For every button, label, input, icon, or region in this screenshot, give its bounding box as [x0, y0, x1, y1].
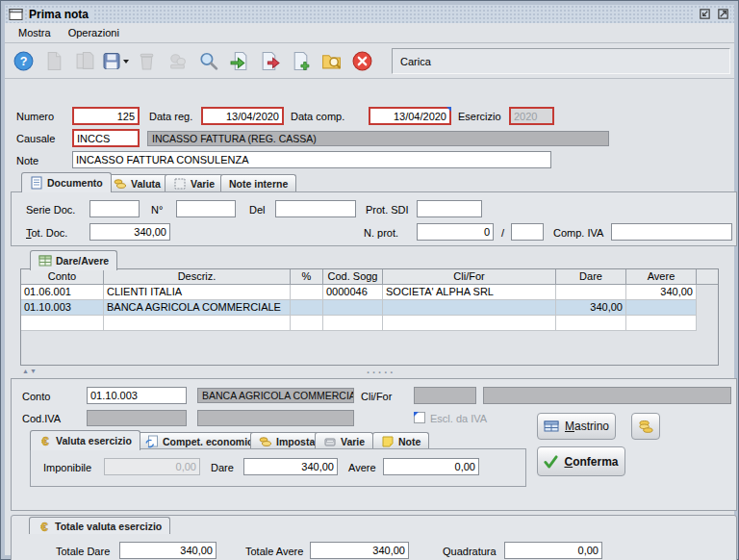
export-icon[interactable] — [255, 48, 284, 75]
comp-iva-label: Comp. IVA — [553, 224, 603, 242]
escl-iva-label: Escl. da IVA — [430, 410, 487, 428]
new-document-icon[interactable] — [286, 48, 315, 75]
field-modified-marker — [414, 412, 419, 417]
table-icon — [38, 254, 52, 267]
causale-label: Causale — [16, 130, 55, 148]
detail-cli-for-label: Cli/For — [361, 388, 392, 406]
comp-iva-field[interactable] — [611, 223, 732, 241]
euro-icon: € — [38, 434, 52, 447]
tab-totale-valuta-esercizio[interactable]: € Totale valuta esercizio — [29, 517, 170, 534]
data-reg-field[interactable] — [201, 107, 284, 125]
delete-icon[interactable] — [132, 48, 161, 75]
client-area: Mostra Operazioni ? — [5, 23, 734, 555]
note-label: Note — [16, 152, 38, 170]
window-icon — [9, 7, 24, 22]
detail-cli-for-field — [414, 387, 476, 404]
note-field[interactable] — [72, 151, 551, 168]
del-field[interactable] — [275, 200, 356, 217]
save-dropdown-icon[interactable] — [123, 60, 129, 64]
calculator-icon — [323, 435, 337, 448]
n-prot-label: N. prot. — [364, 224, 398, 242]
tab-valuta-esercizio[interactable]: € Valuta esercizio — [30, 430, 140, 450]
totale-avere-label: Totale Avere — [245, 543, 303, 560]
document-refresh-icon — [145, 435, 159, 448]
prot-sdi-field[interactable] — [417, 200, 482, 217]
menubar: Mostra Operazioni — [5, 23, 734, 43]
detail-conto-field[interactable] — [87, 387, 187, 404]
causale-description: INCASSO FATTURA (REG. CASSA) — [147, 131, 609, 146]
restore-icon[interactable] — [698, 8, 712, 21]
search-icon[interactable] — [193, 48, 222, 75]
numero-doc-field[interactable] — [176, 200, 236, 217]
detail-avere-label: Avere — [348, 459, 376, 477]
imponibile-label: Imponibile — [43, 459, 91, 477]
edit-icon[interactable] — [39, 48, 68, 75]
maximize-icon[interactable] — [716, 8, 730, 21]
causale-field[interactable] — [72, 129, 140, 147]
n-prot-field-2[interactable] — [511, 223, 544, 241]
help-icon[interactable]: ? — [9, 48, 38, 75]
imponibile-field — [104, 458, 200, 475]
n-prot-field[interactable] — [417, 223, 494, 241]
status-box: Carica — [392, 48, 730, 74]
conferma-button[interactable]: Conferma — [537, 446, 625, 476]
clipboard-icon — [173, 177, 187, 191]
tot-doc-field[interactable] — [89, 223, 170, 241]
menu-operazioni[interactable]: Operazioni — [61, 25, 127, 40]
totale-dare-field — [119, 542, 217, 559]
data-comp-label: Data comp. — [291, 108, 344, 126]
prot-sdi-label: Prot. SDI — [366, 201, 409, 219]
tab-note-interne[interactable]: Note interne — [220, 174, 296, 192]
mastrino-button[interactable]: Mastrino — [537, 413, 616, 440]
ledger-icon — [544, 420, 559, 433]
data-comp-field[interactable] — [369, 107, 451, 125]
numero-field[interactable] — [72, 107, 140, 125]
cod-iva-field — [87, 410, 187, 426]
tot-doc-label: Tot. Doc. — [26, 224, 67, 242]
del-label: Del — [249, 201, 266, 219]
escl-iva-checkbox — [414, 412, 425, 423]
detail-conto-label: Conto — [22, 388, 50, 406]
splitter-handle[interactable]: ▲▼ ..... — [11, 368, 737, 376]
numero-label: Numero — [16, 108, 54, 126]
titlebar[interactable]: Prima nota — [5, 5, 734, 23]
go-icon[interactable] — [224, 48, 253, 75]
toolbar: ? — [5, 44, 734, 79]
stamp-icon[interactable] — [163, 48, 191, 75]
detail-dare-field[interactable] — [243, 458, 338, 475]
tab-dare-avere[interactable]: Dare/Avere — [30, 250, 117, 270]
form-area: Numero Data reg. Data comp. Esercizio Ca… — [5, 80, 734, 555]
quadratura-field — [504, 542, 602, 559]
euro-icon: € — [38, 520, 51, 533]
quadratura-label: Quadratura — [443, 543, 497, 560]
table-row[interactable]: 01.10.003 BANCA AGRICOLA COMMERCIALE 340… — [21, 300, 718, 316]
close-icon[interactable] — [347, 48, 376, 75]
status-text: Carica — [400, 56, 431, 67]
detail-cli-for-description — [483, 387, 731, 404]
browse-icon[interactable] — [317, 48, 345, 75]
table-header: Conto Descriz. % Cod. Sogg Cli/For Dare … — [21, 269, 718, 285]
splitter-grip-icon: ..... — [367, 364, 395, 375]
check-icon — [544, 454, 558, 469]
table-row[interactable]: 01.06.001 CLIENTI ITALIA 0000046 SOCIETA… — [21, 285, 718, 300]
copy-icon[interactable] — [70, 48, 99, 75]
svg-text:€: € — [40, 520, 47, 533]
table-row-empty[interactable] — [21, 316, 718, 331]
tab-documento[interactable]: Documento — [21, 172, 112, 192]
detail-conto-description: BANCA AGRICOLA COMMERCIALE — [197, 388, 354, 403]
detail-avere-field[interactable] — [383, 458, 479, 475]
menu-mostra[interactable]: Mostra — [11, 25, 59, 40]
save-icon[interactable] — [101, 48, 130, 75]
valuta-button[interactable] — [631, 413, 660, 440]
svg-text:?: ? — [19, 55, 27, 68]
n-prot-separator: / — [501, 224, 504, 242]
tab-varie[interactable]: Varie — [165, 174, 223, 192]
field-modified-marker — [446, 107, 451, 112]
coins-icon — [259, 435, 272, 448]
splitter-collapse-icons[interactable]: ▲▼ — [22, 368, 38, 374]
esercizio-field — [509, 107, 554, 125]
tab-valuta[interactable]: Valuta — [105, 174, 169, 192]
serie-doc-field[interactable] — [89, 200, 140, 217]
coins-icon — [638, 419, 654, 435]
window-title: Prima nota — [29, 8, 94, 21]
